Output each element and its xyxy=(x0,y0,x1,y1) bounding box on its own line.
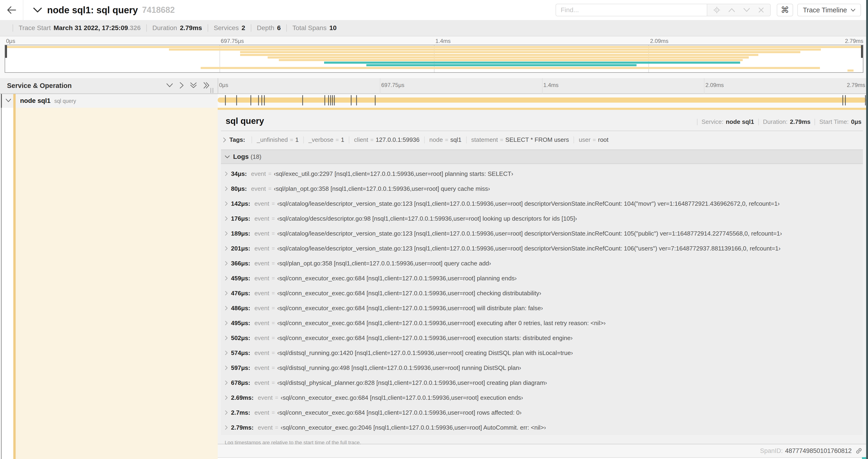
collapse-all-icon[interactable] xyxy=(190,82,197,89)
log-event-mark[interactable] xyxy=(261,95,262,105)
log-timestamp: 201μs: xyxy=(231,245,250,252)
page-edge-scrollbar[interactable] xyxy=(866,0,868,459)
log-field-key: event xyxy=(258,394,273,401)
summary-value: March 31 2022, 17:25:09 xyxy=(54,24,128,32)
span-id-label: SpanID: xyxy=(760,447,783,455)
keyboard-shortcuts-button[interactable]: ⌘ xyxy=(777,4,793,16)
expand-all-icon[interactable] xyxy=(203,82,210,89)
row-focus-indicator xyxy=(1,94,2,108)
chevron-down-icon[interactable] xyxy=(6,99,11,102)
log-event-mark[interactable] xyxy=(334,95,335,105)
log-entry-row[interactable]: 502μs: event = ‹sql/conn_executor_exec.g… xyxy=(221,330,863,346)
log-entry-row[interactable]: 597μs: event = ‹sql/distsql_running.go:4… xyxy=(221,360,863,375)
equals-sign: = xyxy=(268,186,272,192)
deep-link-icon[interactable] xyxy=(856,447,862,454)
minimap-span-row xyxy=(5,64,863,66)
log-entry-row[interactable]: 678μs: event = ‹sql/distsql_physical_pla… xyxy=(221,375,863,390)
equals-sign: = xyxy=(272,305,275,312)
detail-left-edge xyxy=(1,108,2,459)
meta-label: Start Time: xyxy=(819,118,849,126)
log-timestamp: 574μs: xyxy=(231,349,250,357)
tags-row[interactable]: Tags: _unfinished = 1 _verbose xyxy=(221,136,863,143)
logs-header[interactable]: Logs (18) xyxy=(221,150,863,164)
log-event-mark[interactable] xyxy=(356,95,357,105)
meta-item: Start Time: 0μs xyxy=(810,118,862,126)
log-field-key: event xyxy=(254,349,269,357)
chevron-right-icon xyxy=(225,171,228,176)
equals-sign: = xyxy=(272,215,275,222)
minimap-span-rows xyxy=(5,46,863,72)
equals-sign: = xyxy=(272,245,275,252)
divider xyxy=(251,24,251,32)
divider xyxy=(814,119,815,125)
log-event-mark[interactable] xyxy=(225,95,226,105)
back-button[interactable] xyxy=(0,0,23,20)
log-event-mark[interactable] xyxy=(351,95,352,105)
log-entry-row[interactable]: 2.69ms: event = ‹sql/conn_executor_exec.… xyxy=(221,390,863,405)
trace-summary-item: Total Spans 10 xyxy=(281,24,337,32)
log-event-mark[interactable] xyxy=(330,95,331,105)
viewport-scrubber-left[interactable] xyxy=(5,45,7,58)
log-entry-row[interactable]: 176μs: event = ‹sql/catalog/descs/descri… xyxy=(221,211,863,226)
equals-sign: = xyxy=(290,137,293,143)
span-name-cell[interactable]: node sql1sql query xyxy=(0,94,218,108)
locate-icon[interactable] xyxy=(713,6,720,13)
collapse-trace-header-button[interactable] xyxy=(33,7,42,13)
expand-one-icon[interactable] xyxy=(179,82,184,89)
log-entry-row[interactable]: 189μs: event = ‹sql/catalog/lease/descri… xyxy=(221,226,863,241)
log-entry-row[interactable]: 2.79ms: event = ‹sql/conn_executor_exec.… xyxy=(221,420,863,435)
log-event-mark[interactable] xyxy=(324,95,325,105)
chevron-right-icon xyxy=(225,410,228,415)
trace-id: 7418682 xyxy=(142,5,175,15)
span-id-value: 4877749850101760812 xyxy=(785,447,852,455)
log-field-key: event xyxy=(254,320,269,327)
log-timestamp: 2.7ms: xyxy=(231,409,250,416)
log-event-mark[interactable] xyxy=(258,95,259,105)
log-event-mark[interactable] xyxy=(842,95,843,105)
log-entry-row[interactable]: 366μs: event = ‹sql/plan_opt.go:358 [nsq… xyxy=(221,256,863,271)
log-entry-row[interactable]: 34μs: event = ‹sql/exec_util.go:2297 [ns… xyxy=(221,166,863,181)
log-entry-row[interactable]: 476μs: event = ‹sql/conn_executor_exec.g… xyxy=(221,286,863,301)
log-event-mark[interactable] xyxy=(332,95,333,105)
log-event-mark[interactable] xyxy=(845,95,846,105)
span-duration-bar[interactable] xyxy=(218,97,866,103)
find-bar xyxy=(556,4,771,16)
minimap-canvas[interactable] xyxy=(5,45,863,73)
summary-label: Depth xyxy=(257,24,274,32)
log-field-key: event xyxy=(254,275,269,282)
log-event-mark[interactable] xyxy=(328,95,329,105)
summary-label: Services xyxy=(214,24,239,32)
log-timestamp: 678μs: xyxy=(231,379,250,387)
log-event-mark[interactable] xyxy=(865,95,866,105)
log-entry-row[interactable]: 201μs: event = ‹sql/catalog/lease/descri… xyxy=(221,241,863,256)
log-entry-row[interactable]: 495μs: event = ‹sql/conn_executor_exec.g… xyxy=(221,316,863,330)
minimap-span-bar xyxy=(240,51,800,53)
next-match-icon[interactable] xyxy=(743,8,750,12)
log-entry-row[interactable]: 574μs: event = ‹sql/distsql_running.go:1… xyxy=(221,346,863,360)
viewport-scrubber-right[interactable] xyxy=(861,45,863,58)
trace-view-selector[interactable]: Trace Timeline xyxy=(797,4,861,16)
find-input[interactable] xyxy=(556,4,707,16)
log-event-mark[interactable] xyxy=(236,95,237,105)
log-event-mark[interactable] xyxy=(250,95,251,105)
column-resize-grip[interactable] xyxy=(211,88,213,93)
logs-count: (18) xyxy=(251,153,261,160)
collapse-one-icon[interactable] xyxy=(166,83,173,88)
log-event-mark[interactable] xyxy=(264,95,265,105)
log-entry-row[interactable]: 80μs: event = ‹sql/plan_opt.go:358 [nsql… xyxy=(221,181,863,196)
log-entry-row[interactable]: 459μs: event = ‹sql/conn_executor_exec.g… xyxy=(221,271,863,286)
span-color-accent xyxy=(13,94,16,108)
log-field-value: ‹sql/conn_executor_exec.go:684 [nsql1,cl… xyxy=(277,290,541,297)
log-event-mark[interactable] xyxy=(302,95,303,105)
prev-match-icon[interactable] xyxy=(728,8,735,12)
log-entry-row[interactable]: 2.7ms: event = ‹sql/conn_executor_exec.g… xyxy=(221,405,863,420)
log-timestamp: 459μs: xyxy=(231,275,250,282)
log-entry-row[interactable]: 142μs: event = ‹sql/catalog/lease/descri… xyxy=(221,196,863,211)
log-event-mark[interactable] xyxy=(375,95,376,105)
equals-sign: = xyxy=(272,200,275,207)
log-entry-row[interactable]: 486μs: event = ‹sql/conn_executor_exec.g… xyxy=(221,301,863,316)
page-header: node sql1: sql query 7418682 ⌘ xyxy=(0,0,866,20)
equals-sign: = xyxy=(272,275,275,282)
clear-find-icon[interactable] xyxy=(758,7,764,13)
span-bar-cell[interactable] xyxy=(218,94,866,108)
